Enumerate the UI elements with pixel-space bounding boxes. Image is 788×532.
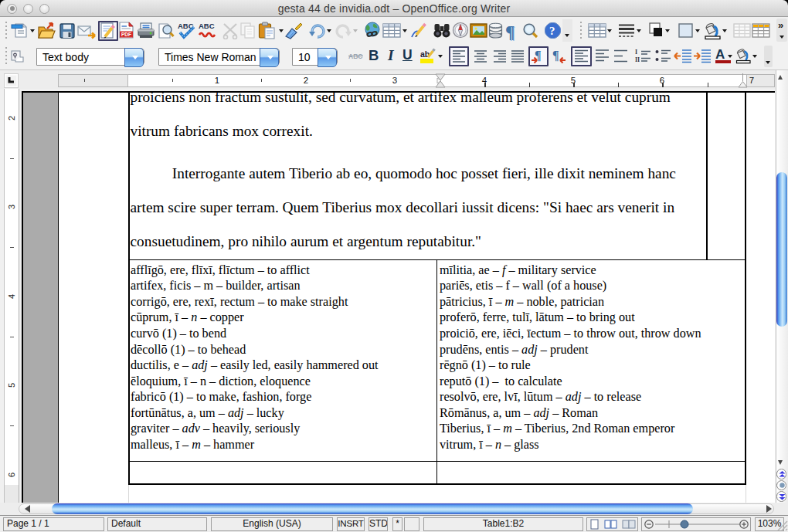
svg-text:¶: ¶ bbox=[552, 49, 559, 62]
svg-text:?: ? bbox=[549, 25, 555, 37]
svg-text:ABC: ABC bbox=[199, 22, 215, 30]
svg-text:II: II bbox=[635, 56, 640, 63]
svg-text:I: I bbox=[635, 49, 637, 56]
svg-text:PDF: PDF bbox=[121, 32, 131, 37]
